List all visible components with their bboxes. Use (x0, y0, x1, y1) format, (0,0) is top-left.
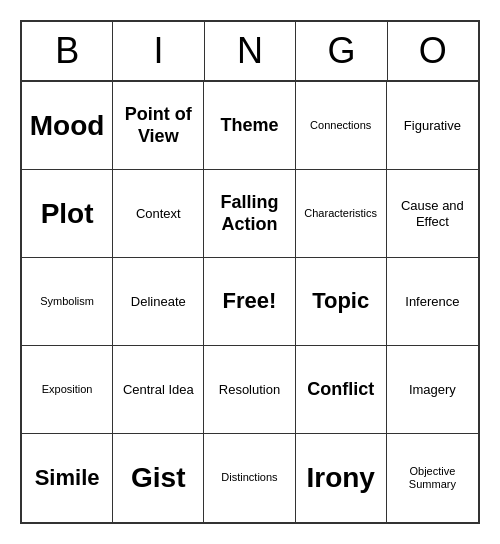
cell-text: Simile (35, 465, 100, 491)
header-letter: O (388, 22, 478, 80)
cell-text: Connections (310, 119, 371, 132)
bingo-cell: Cause and Effect (387, 170, 478, 258)
cell-text: Inference (405, 294, 459, 310)
bingo-cell: Distinctions (204, 434, 295, 522)
cell-text: Theme (220, 115, 278, 137)
bingo-cell: Conflict (296, 346, 387, 434)
cell-text: Point of View (117, 104, 199, 147)
cell-text: Distinctions (221, 471, 277, 484)
bingo-grid: MoodPoint of ViewThemeConnectionsFigurat… (22, 82, 478, 522)
header-letter: B (22, 22, 113, 80)
bingo-cell: Plot (22, 170, 113, 258)
cell-text: Characteristics (304, 207, 377, 220)
bingo-cell: Simile (22, 434, 113, 522)
cell-text: Central Idea (123, 382, 194, 398)
bingo-cell: Free! (204, 258, 295, 346)
cell-text: Objective Summary (391, 465, 474, 491)
bingo-cell: Symbolism (22, 258, 113, 346)
cell-text: Conflict (307, 379, 374, 401)
cell-text: Irony (306, 461, 374, 495)
header-letter: G (296, 22, 387, 80)
bingo-cell: Central Idea (113, 346, 204, 434)
cell-text: Symbolism (40, 295, 94, 308)
bingo-cell: Imagery (387, 346, 478, 434)
bingo-cell: Falling Action (204, 170, 295, 258)
cell-text: Delineate (131, 294, 186, 310)
bingo-cell: Context (113, 170, 204, 258)
cell-text: Imagery (409, 382, 456, 398)
bingo-cell: Exposition (22, 346, 113, 434)
bingo-header: BINGO (22, 22, 478, 82)
bingo-cell: Connections (296, 82, 387, 170)
cell-text: Mood (30, 109, 105, 143)
cell-text: Figurative (404, 118, 461, 134)
bingo-cell: Characteristics (296, 170, 387, 258)
header-letter: N (205, 22, 296, 80)
header-letter: I (113, 22, 204, 80)
bingo-cell: Delineate (113, 258, 204, 346)
cell-text: Gist (131, 461, 185, 495)
bingo-cell: Resolution (204, 346, 295, 434)
bingo-cell: Gist (113, 434, 204, 522)
bingo-cell: Mood (22, 82, 113, 170)
bingo-cell: Theme (204, 82, 295, 170)
cell-text: Falling Action (208, 192, 290, 235)
cell-text: Exposition (42, 383, 93, 396)
cell-text: Topic (312, 288, 369, 314)
bingo-cell: Figurative (387, 82, 478, 170)
bingo-cell: Objective Summary (387, 434, 478, 522)
cell-text: Context (136, 206, 181, 222)
bingo-cell: Irony (296, 434, 387, 522)
cell-text: Plot (41, 197, 94, 231)
bingo-cell: Point of View (113, 82, 204, 170)
cell-text: Resolution (219, 382, 280, 398)
bingo-card: BINGO MoodPoint of ViewThemeConnectionsF… (20, 20, 480, 524)
cell-text: Free! (223, 288, 277, 314)
bingo-cell: Inference (387, 258, 478, 346)
bingo-cell: Topic (296, 258, 387, 346)
cell-text: Cause and Effect (391, 198, 474, 229)
